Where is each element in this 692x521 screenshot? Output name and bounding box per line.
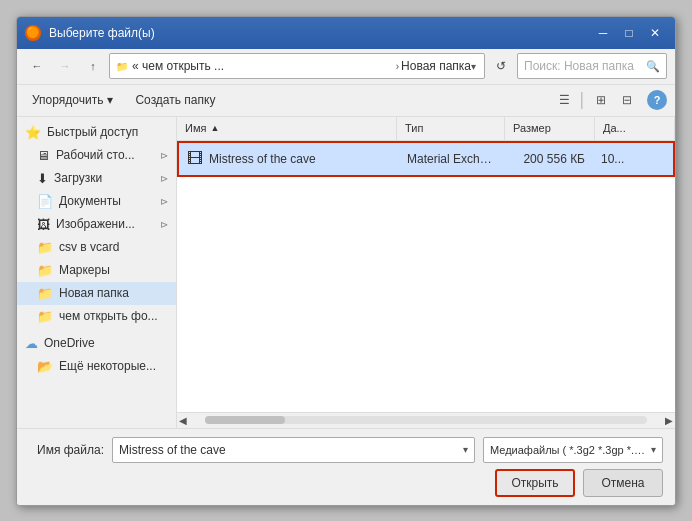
filetype-select[interactable]: Медиафайлы ( *.3g2 *.3gp *.3g... ▾ bbox=[483, 437, 663, 463]
col-header-date[interactable]: Да... bbox=[595, 117, 675, 140]
file-type-cell: Material Exchange Format bbox=[399, 152, 503, 166]
organize-button[interactable]: Упорядочить ▾ bbox=[25, 89, 120, 111]
sort-icon: ▲ bbox=[210, 123, 219, 133]
csv-folder-icon: 📁 bbox=[37, 240, 53, 255]
view-tile-button[interactable]: ⊟ bbox=[615, 88, 639, 112]
sidebar-item-quick-access[interactable]: ⭐ Быстрый доступ bbox=[17, 121, 176, 144]
maximize-button[interactable]: □ bbox=[617, 23, 641, 43]
open-button[interactable]: Открыть bbox=[495, 469, 575, 497]
address-dropdown-icon: ▾ bbox=[471, 61, 476, 72]
new-folder-button[interactable]: Создать папку bbox=[128, 89, 222, 111]
titlebar: 🟠 Выберите файл(ы) ─ □ ✕ bbox=[17, 17, 675, 49]
scroll-thumb[interactable] bbox=[205, 416, 285, 424]
downloads-icon: ⬇ bbox=[37, 171, 48, 186]
close-button[interactable]: ✕ bbox=[643, 23, 667, 43]
view-icon-button[interactable]: ⊞ bbox=[589, 88, 613, 112]
sidebar-label-markers: Маркеры bbox=[59, 263, 110, 277]
address-toolbar: ← → ↑ 📁 « чем открыть ... › Новая папка … bbox=[17, 49, 675, 85]
view-separator: │ bbox=[578, 92, 587, 108]
action-toolbar: Упорядочить ▾ Создать папку ☰ │ ⊞ ⊟ ? bbox=[17, 85, 675, 117]
sidebar-item-downloads[interactable]: ⬇ Загрузки ⊳ bbox=[17, 167, 176, 190]
sidebar-label-desktop: Рабочий сто... bbox=[56, 148, 135, 162]
back-button[interactable]: ← bbox=[25, 54, 49, 78]
file-date-cell: 10... bbox=[593, 152, 673, 166]
downloads-arrow-icon: ⊳ bbox=[160, 173, 168, 184]
bottom-bar: Имя файла: Mistress of the cave ▾ Медиаф… bbox=[17, 428, 675, 505]
file-list: Имя ▲ Тип Размер Да... 🎞 Mistr bbox=[177, 117, 675, 428]
search-box[interactable]: Поиск: Новая папка 🔍 bbox=[517, 53, 667, 79]
file-list-body: 🎞 Mistress of the cave Material Exchange… bbox=[177, 141, 675, 412]
sidebar-label-csv: csv в vcard bbox=[59, 240, 119, 254]
filename-row: Имя файла: Mistress of the cave ▾ Медиаф… bbox=[29, 437, 663, 463]
action-buttons: Открыть Отмена bbox=[495, 469, 663, 497]
file-icon: 🎞 bbox=[187, 150, 203, 168]
onedrive-icon: ☁ bbox=[25, 336, 38, 351]
address-separator: › bbox=[396, 61, 399, 72]
scroll-left-icon[interactable]: ◀ bbox=[177, 415, 189, 426]
view-list-button[interactable]: ☰ bbox=[552, 88, 576, 112]
sidebar-item-other[interactable]: 📂 Ещё некоторые... bbox=[17, 355, 176, 378]
sidebar-label-new-folder: Новая папка bbox=[59, 286, 129, 300]
titlebar-icon: 🟠 bbox=[25, 25, 41, 41]
search-icon: 🔍 bbox=[646, 60, 660, 73]
sidebar-item-documents[interactable]: 📄 Документы ⊳ bbox=[17, 190, 176, 213]
sidebar-label-downloads: Загрузки bbox=[54, 171, 102, 185]
sidebar-label-onedrive: OneDrive bbox=[44, 336, 95, 350]
sidebar-item-new-folder[interactable]: 📁 Новая папка bbox=[17, 282, 176, 305]
col-header-size[interactable]: Размер bbox=[505, 117, 595, 140]
new-folder-icon: 📁 bbox=[37, 286, 53, 301]
address-prefix: « чем открыть ... bbox=[132, 59, 394, 73]
table-row[interactable]: 🎞 Mistress of the cave Material Exchange… bbox=[177, 141, 675, 177]
view-buttons: ☰ │ ⊞ ⊟ bbox=[552, 88, 639, 112]
sidebar-item-csv[interactable]: 📁 csv в vcard bbox=[17, 236, 176, 259]
scroll-track bbox=[205, 416, 647, 424]
sidebar-item-markers[interactable]: 📁 Маркеры bbox=[17, 259, 176, 282]
filename-dropdown-icon: ▾ bbox=[463, 444, 468, 455]
action-row: Открыть Отмена bbox=[29, 469, 663, 497]
documents-arrow-icon: ⊳ bbox=[160, 196, 168, 207]
filename-value: Mistress of the cave bbox=[119, 443, 459, 457]
folder-icon: 📁 bbox=[116, 61, 128, 72]
desktop-icon: 🖥 bbox=[37, 148, 50, 163]
images-icon: 🖼 bbox=[37, 217, 50, 232]
file-name: Mistress of the cave bbox=[209, 152, 316, 166]
sidebar-label-other: Ещё некоторые... bbox=[59, 359, 156, 373]
address-bar[interactable]: 📁 « чем открыть ... › Новая папка ▾ bbox=[109, 53, 485, 79]
markers-folder-icon: 📁 bbox=[37, 263, 53, 278]
new-folder-label: Создать папку bbox=[135, 93, 215, 107]
minimize-button[interactable]: ─ bbox=[591, 23, 615, 43]
file-name-cell: 🎞 Mistress of the cave bbox=[179, 150, 399, 168]
horizontal-scrollbar[interactable]: ◀ ▶ bbox=[177, 412, 675, 428]
star-icon: ⭐ bbox=[25, 125, 41, 140]
cancel-button[interactable]: Отмена bbox=[583, 469, 663, 497]
forward-button[interactable]: → bbox=[53, 54, 77, 78]
col-header-type[interactable]: Тип bbox=[397, 117, 505, 140]
filename-input[interactable]: Mistress of the cave ▾ bbox=[112, 437, 475, 463]
sidebar-label-open-with: чем открыть фо... bbox=[59, 309, 158, 323]
filename-label: Имя файла: bbox=[29, 443, 104, 457]
scroll-right-icon[interactable]: ▶ bbox=[663, 415, 675, 426]
documents-icon: 📄 bbox=[37, 194, 53, 209]
address-folder: Новая папка bbox=[401, 59, 471, 73]
sidebar-item-images[interactable]: 🖼 Изображени... ⊳ bbox=[17, 213, 176, 236]
sidebar: ⭐ Быстрый доступ 🖥 Рабочий сто... ⊳ ⬇ За… bbox=[17, 117, 177, 428]
refresh-button[interactable]: ↺ bbox=[489, 54, 513, 78]
file-dialog: 🟠 Выберите файл(ы) ─ □ ✕ ← → ↑ 📁 « чем о… bbox=[16, 16, 676, 506]
file-list-header: Имя ▲ Тип Размер Да... bbox=[177, 117, 675, 141]
images-arrow-icon: ⊳ bbox=[160, 219, 168, 230]
open-with-icon: 📁 bbox=[37, 309, 53, 324]
titlebar-title: Выберите файл(ы) bbox=[49, 26, 591, 40]
desktop-arrow-icon: ⊳ bbox=[160, 150, 168, 161]
organize-arrow-icon: ▾ bbox=[107, 93, 113, 107]
sidebar-item-onedrive[interactable]: ☁ OneDrive bbox=[17, 332, 176, 355]
sidebar-item-desktop[interactable]: 🖥 Рабочий сто... ⊳ bbox=[17, 144, 176, 167]
other-folder-icon: 📂 bbox=[37, 359, 53, 374]
sidebar-item-open-with[interactable]: 📁 чем открыть фо... bbox=[17, 305, 176, 328]
organize-label: Упорядочить bbox=[32, 93, 103, 107]
help-button[interactable]: ? bbox=[647, 90, 667, 110]
sidebar-label-documents: Документы bbox=[59, 194, 121, 208]
up-button[interactable]: ↑ bbox=[81, 54, 105, 78]
col-header-name[interactable]: Имя ▲ bbox=[177, 117, 397, 140]
search-placeholder: Поиск: Новая папка bbox=[524, 59, 646, 73]
sidebar-label-images: Изображени... bbox=[56, 217, 135, 231]
